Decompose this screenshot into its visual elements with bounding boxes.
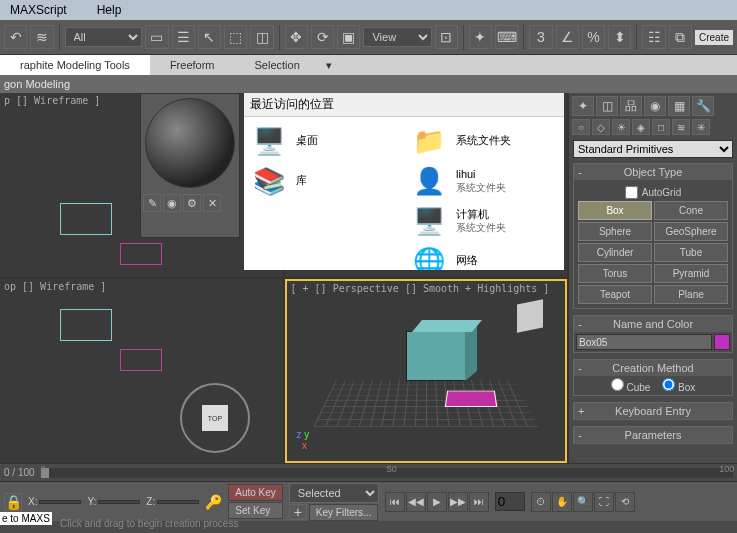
time-config-icon[interactable]: ⏲ — [531, 492, 551, 512]
explorer-item-desktop[interactable]: 🖥️ 桌面 — [248, 121, 400, 161]
systems-cat-icon[interactable]: ✳ — [692, 119, 710, 135]
file-browser-window[interactable]: 最近访问的位置 🖥️ 桌面 📚 库 📁 系统文件夹 — [244, 93, 564, 270]
assign-icon[interactable]: ◉ — [163, 194, 181, 212]
y-field[interactable] — [98, 500, 140, 504]
explorer-item-computer[interactable]: 🖥️ 计算机系统文件夹 — [408, 201, 560, 241]
menu-maxscript[interactable]: MAXScript — [10, 3, 67, 17]
explorer-item-recent[interactable]: 📁 系统文件夹 — [408, 121, 560, 161]
hierarchy-tab-icon[interactable]: 品 — [620, 96, 642, 116]
zoom-extents-icon[interactable]: ⛶ — [594, 492, 614, 512]
select-name-icon[interactable]: ☰ — [172, 25, 195, 49]
material-preview-sphere[interactable] — [145, 98, 235, 188]
material-editor-panel[interactable]: ✎ ◉ ⚙ ✕ — [140, 93, 240, 238]
create-button[interactable]: Create — [695, 30, 733, 45]
rollout-head-name[interactable]: -Name and Color — [574, 316, 732, 332]
goto-start-icon[interactable]: ⏮ — [385, 492, 405, 512]
object-name-input[interactable] — [576, 334, 712, 350]
autogrid-checkbox[interactable] — [625, 186, 638, 199]
prev-frame-icon[interactable]: ◀◀ — [406, 492, 426, 512]
explorer-item-user[interactable]: 👤 lihui系统文件夹 — [408, 161, 560, 201]
motion-tab-icon[interactable]: ◉ — [644, 96, 666, 116]
lights-cat-icon[interactable]: ☀ — [612, 119, 630, 135]
mirror-icon[interactable]: ⧉ — [669, 25, 692, 49]
rollout-head-objtype[interactable]: -Object Type — [574, 164, 732, 180]
move-icon[interactable]: ✥ — [285, 25, 308, 49]
rollout-head-method[interactable]: -Creation Method — [574, 360, 732, 376]
sphere-button[interactable]: Sphere — [578, 222, 652, 241]
viewcube-top-face[interactable]: TOP — [202, 405, 228, 431]
torus-button[interactable]: Torus — [578, 264, 652, 283]
ribbon-tab-modeling[interactable]: raphite Modeling Tools — [0, 55, 150, 75]
ribbon-chevron-icon[interactable]: ▾ — [326, 59, 332, 72]
viewport-perspective[interactable]: [ + [] Perspective [] Smooth + Highlight… — [285, 279, 568, 463]
tube-button[interactable]: Tube — [654, 243, 728, 262]
box-radio[interactable]: Box — [662, 378, 695, 393]
mat-settings-icon[interactable]: ⚙ — [183, 194, 201, 212]
pan-icon[interactable]: ✋ — [552, 492, 572, 512]
x-field[interactable] — [39, 500, 81, 504]
shapes-cat-icon[interactable]: ◇ — [592, 119, 610, 135]
primitive-category-dropdown[interactable]: Standard Primitives — [573, 140, 733, 158]
orbit-icon[interactable]: ⟲ — [615, 492, 635, 512]
play-icon[interactable]: ▶ — [427, 492, 447, 512]
pivot-icon[interactable]: ⊡ — [435, 25, 458, 49]
display-tab-icon[interactable]: ▦ — [668, 96, 690, 116]
rollout-head-kbd[interactable]: +Keyboard Entry — [574, 403, 732, 419]
next-frame-icon[interactable]: ▶▶ — [448, 492, 468, 512]
utilities-tab-icon[interactable]: 🔧 — [692, 96, 714, 116]
cone-button[interactable]: Cone — [654, 201, 728, 220]
maxscript-listener-tag[interactable]: e to MAXS — [0, 512, 52, 525]
steering-wheel[interactable]: TOP — [180, 383, 250, 453]
lock-icon[interactable]: 🔒 — [4, 493, 22, 511]
menu-help[interactable]: Help — [97, 3, 122, 17]
select-icon[interactable]: ▭ — [145, 25, 168, 49]
rollout-head-params[interactable]: -Parameters — [574, 427, 732, 443]
color-swatch[interactable] — [714, 334, 730, 350]
key-mode-icon[interactable]: 🔑 — [205, 494, 222, 510]
teapot-button[interactable]: Teapot — [578, 285, 652, 304]
goto-end-icon[interactable]: ⏭ — [469, 492, 489, 512]
setkey-button[interactable]: Set Key — [228, 502, 283, 519]
key-filters-button[interactable]: Key Filters... — [309, 504, 379, 521]
geometry-cat-icon[interactable]: ○ — [572, 119, 590, 135]
current-frame-input[interactable] — [495, 492, 525, 511]
undo-icon[interactable]: ↶ — [4, 25, 27, 49]
ref-coord-dropdown[interactable]: View — [363, 27, 431, 47]
z-field[interactable] — [157, 500, 199, 504]
kbd-shortcut-icon[interactable]: ⌨ — [495, 25, 518, 49]
angle-snap-icon[interactable]: ∠ — [556, 25, 579, 49]
percent-snap-icon[interactable]: % — [582, 25, 605, 49]
ribbon-tab-selection[interactable]: Selection — [235, 55, 320, 75]
box-button[interactable]: Box — [578, 201, 652, 220]
modify-tab-icon[interactable]: ◫ — [596, 96, 618, 116]
eyedrop-icon[interactable]: ✎ — [143, 194, 161, 212]
cylinder-button[interactable]: Cylinder — [578, 243, 652, 262]
rotate-icon[interactable]: ⟳ — [311, 25, 334, 49]
pyramid-button[interactable]: Pyramid — [654, 264, 728, 283]
ribbon-tab-freeform[interactable]: Freeform — [150, 55, 235, 75]
mat-delete-icon[interactable]: ✕ — [203, 194, 221, 212]
key-target-dropdown[interactable]: Selected — [289, 483, 379, 503]
redo-icon[interactable]: ≋ — [30, 25, 53, 49]
cursor-icon[interactable]: ↖ — [198, 25, 221, 49]
manip-icon[interactable]: ✦ — [469, 25, 492, 49]
scale-icon[interactable]: ▣ — [337, 25, 360, 49]
time-track[interactable]: 0 50 100 — [41, 468, 733, 478]
explorer-item-network[interactable]: 🌐 网络 — [408, 241, 560, 270]
named-sel-icon[interactable]: ☷ — [642, 25, 665, 49]
create-tab-icon[interactable]: ✦ — [572, 96, 594, 116]
explorer-item-libraries[interactable]: 📚 库 — [248, 161, 400, 201]
region-icon[interactable]: ⬚ — [224, 25, 247, 49]
geosphere-button[interactable]: GeoSphere — [654, 222, 728, 241]
window-crossing-icon[interactable]: ◫ — [250, 25, 273, 49]
spinner-snap-icon[interactable]: ⬍ — [608, 25, 631, 49]
autokey-button[interactable]: Auto Key — [228, 484, 283, 501]
key-plus-icon[interactable]: + — [289, 504, 307, 520]
spacewarps-cat-icon[interactable]: ≋ — [672, 119, 690, 135]
plane-button[interactable]: Plane — [654, 285, 728, 304]
snap-3-icon[interactable]: 3 — [529, 25, 552, 49]
cube-radio[interactable]: Cube — [611, 378, 651, 393]
helpers-cat-icon[interactable]: □ — [652, 119, 670, 135]
time-slider[interactable]: 0 / 100 0 50 100 — [0, 463, 737, 481]
zoom-icon[interactable]: 🔍 — [573, 492, 593, 512]
